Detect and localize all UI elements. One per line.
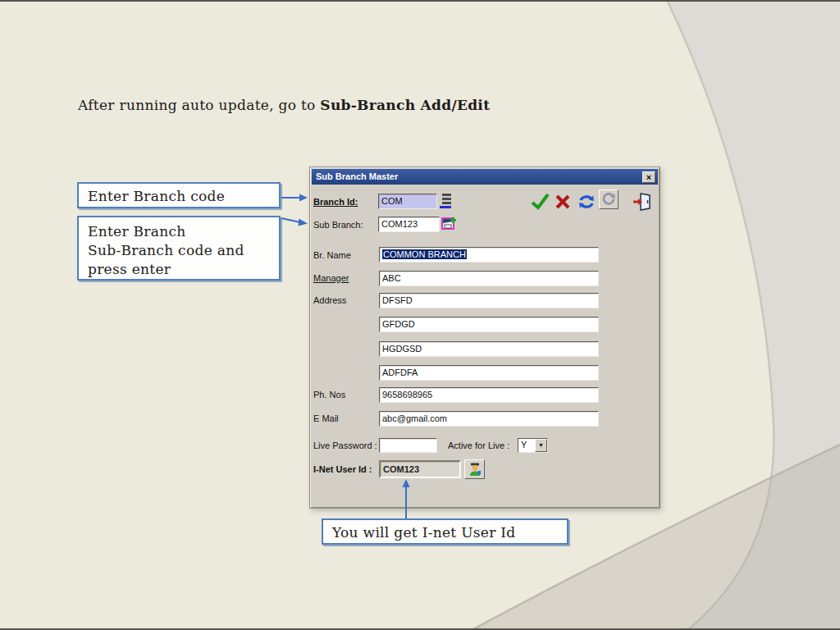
live-password-label: Live Password : (313, 441, 377, 450)
dropdown-value: Y (521, 440, 527, 450)
presentation-slide: After running auto update, go to Sub-Bra… (0, 0, 840, 630)
ph-nos-label: Ph. Nos (313, 390, 345, 399)
close-icon[interactable]: × (642, 171, 655, 183)
inet-user-id-label: I-Net User Id : (313, 464, 372, 474)
active-for-live-dropdown[interactable]: Y ▼ (518, 438, 548, 453)
add-sub-branch-icon[interactable] (441, 216, 456, 231)
confirm-icon[interactable] (530, 191, 550, 212)
address-input-3[interactable]: HGDGSD (379, 341, 599, 357)
inet-user-id-input[interactable]: COM123 (379, 460, 461, 478)
callout-text-line2: Sub-Branch code and (88, 241, 279, 260)
sub-branch-master-dialog: Sub Branch Master × Branch Id: COM Sub B… (309, 167, 660, 509)
dialog-title-bar[interactable]: Sub Branch Master × (312, 169, 658, 185)
callout-text: Enter Branch code (88, 187, 279, 206)
branch-id-label: Branch Id: (313, 197, 358, 207)
manager-input[interactable]: ABC (379, 271, 599, 286)
callout-text-line3: press enter (88, 260, 279, 279)
sub-branch-input[interactable]: COM123 (378, 217, 440, 232)
reload-icon (601, 192, 616, 207)
branch-id-input[interactable]: COM (378, 194, 437, 209)
dialog-title: Sub Branch Master (316, 169, 642, 185)
ph-nos-input[interactable]: 9658698965 (379, 387, 599, 403)
person-icon (468, 462, 482, 477)
chevron-down-icon[interactable]: ▼ (535, 439, 547, 452)
callout-enter-branch-code: Enter Branch code (77, 182, 281, 208)
active-for-live-label: Active for Live : (448, 441, 509, 450)
sub-branch-label: Sub Branch: (313, 220, 363, 230)
slide-top-edge (0, 0, 840, 2)
email-input[interactable]: abc@gmail.com (379, 411, 599, 427)
manager-label: Manager (313, 273, 349, 283)
inet-user-button[interactable] (464, 459, 485, 479)
address-label: Address (313, 295, 346, 305)
exit-icon[interactable] (633, 192, 652, 211)
callout-text: You will get I-net User Id (332, 523, 567, 542)
callout-text-line1: Enter Branch (88, 222, 279, 241)
callout-inet-user-id: You will get I-net User Id (322, 518, 568, 545)
heading-text: After running auto update, go to (78, 97, 320, 113)
live-password-input[interactable] (379, 438, 437, 453)
address-input-1[interactable]: DFSFD (379, 293, 599, 308)
branch-list-icon[interactable] (440, 192, 454, 210)
callout-enter-sub-branch-code: Enter Branch Sub-Branch code and press e… (77, 216, 281, 281)
address-input-2[interactable]: GFDGD (379, 317, 599, 332)
br-name-input[interactable]: COMMON BRANCH (379, 247, 599, 262)
address-input-4[interactable]: ADFDFA (379, 365, 599, 381)
br-name-label: Br. Name (313, 250, 351, 260)
slide-heading: After running auto update, go to Sub-Bra… (78, 97, 490, 113)
cancel-icon[interactable] (554, 193, 572, 211)
sync-icon[interactable] (577, 193, 596, 211)
selected-text: COMMON BRANCH (382, 249, 467, 259)
reload-button[interactable] (599, 189, 619, 209)
heading-bold-text: Sub-Branch Add/Edit (320, 97, 490, 113)
email-label: E Mail (313, 413, 339, 423)
